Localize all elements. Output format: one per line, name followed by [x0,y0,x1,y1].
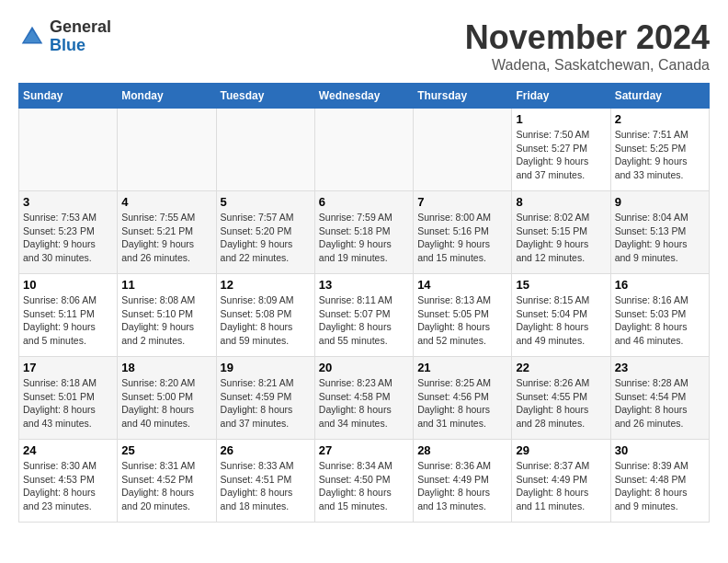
logo-line1: General [50,18,111,37]
day-info: Sunrise: 8:34 AM Sunset: 4:50 PM Dayligh… [319,459,409,513]
day-number: 24 [23,443,113,457]
calendar-header-row: SundayMondayTuesdayWednesdayThursdayFrid… [19,84,710,109]
calendar-body: 1Sunrise: 7:50 AM Sunset: 5:27 PM Daylig… [19,109,710,523]
day-number: 5 [221,195,311,209]
calendar-day-cell [414,109,512,191]
day-number: 11 [121,278,211,292]
calendar-day-cell: 13Sunrise: 8:11 AM Sunset: 5:07 PM Dayli… [314,274,413,357]
day-info: Sunrise: 8:26 AM Sunset: 4:55 PM Dayligh… [516,376,606,431]
day-number: 12 [221,278,311,292]
calendar-day-cell: 28Sunrise: 8:36 AM Sunset: 4:49 PM Dayli… [414,440,512,523]
calendar-day-cell: 9Sunrise: 8:04 AM Sunset: 5:13 PM Daylig… [610,191,709,274]
day-number: 26 [221,443,311,457]
day-number: 2 [615,112,705,126]
day-number: 3 [23,195,113,209]
page-header: General Blue November 2024 Wadena, Saska… [18,18,710,74]
day-number: 13 [319,278,409,292]
calendar-day-cell: 4Sunrise: 7:55 AM Sunset: 5:21 PM Daylig… [118,191,216,274]
day-number: 20 [319,361,409,374]
day-info: Sunrise: 8:06 AM Sunset: 5:11 PM Dayligh… [23,293,113,348]
calendar-day-cell: 15Sunrise: 8:15 AM Sunset: 5:04 PM Dayli… [512,274,610,357]
weekday-header: Tuesday [216,84,314,109]
day-number: 16 [615,278,705,292]
day-info: Sunrise: 8:31 AM Sunset: 4:52 PM Dayligh… [121,459,211,513]
calendar-day-cell: 16Sunrise: 8:16 AM Sunset: 5:03 PM Dayli… [610,274,709,357]
day-info: Sunrise: 7:51 AM Sunset: 5:25 PM Dayligh… [615,128,705,182]
day-number: 10 [23,278,113,292]
calendar-day-cell: 12Sunrise: 8:09 AM Sunset: 5:08 PM Dayli… [216,274,314,357]
calendar-day-cell: 24Sunrise: 8:30 AM Sunset: 4:53 PM Dayli… [19,440,118,523]
logo-line2: Blue [50,37,111,55]
calendar-day-cell [19,109,118,191]
day-number: 7 [417,195,507,209]
day-info: Sunrise: 7:53 AM Sunset: 5:23 PM Dayligh… [23,211,113,265]
calendar-day-cell: 27Sunrise: 8:34 AM Sunset: 4:50 PM Dayli… [314,440,413,523]
day-info: Sunrise: 8:11 AM Sunset: 5:07 PM Dayligh… [319,293,409,348]
day-info: Sunrise: 7:59 AM Sunset: 5:18 PM Dayligh… [319,211,409,265]
weekday-header: Sunday [19,84,118,109]
calendar-day-cell: 23Sunrise: 8:28 AM Sunset: 4:54 PM Dayli… [610,357,709,440]
day-number: 21 [417,361,507,374]
day-number: 19 [221,361,311,374]
day-info: Sunrise: 8:08 AM Sunset: 5:10 PM Dayligh… [121,293,211,348]
day-info: Sunrise: 8:30 AM Sunset: 4:53 PM Dayligh… [23,459,113,513]
day-info: Sunrise: 8:39 AM Sunset: 4:48 PM Dayligh… [615,459,705,513]
location: Wadena, Saskatchewan, Canada [465,57,710,74]
day-info: Sunrise: 8:28 AM Sunset: 4:54 PM Dayligh… [615,376,705,431]
day-info: Sunrise: 8:00 AM Sunset: 5:16 PM Dayligh… [417,211,507,265]
day-info: Sunrise: 8:04 AM Sunset: 5:13 PM Dayligh… [615,211,705,265]
day-info: Sunrise: 8:36 AM Sunset: 4:49 PM Dayligh… [417,459,507,513]
calendar-week-row: 24Sunrise: 8:30 AM Sunset: 4:53 PM Dayli… [19,440,710,523]
calendar-day-cell: 2Sunrise: 7:51 AM Sunset: 5:25 PM Daylig… [610,109,709,191]
day-number: 23 [615,361,705,374]
calendar-day-cell [216,109,314,191]
day-number: 25 [121,443,211,457]
weekday-header: Saturday [610,84,709,109]
day-number: 6 [319,195,409,209]
day-info: Sunrise: 8:02 AM Sunset: 5:15 PM Dayligh… [516,211,606,265]
calendar-day-cell: 18Sunrise: 8:20 AM Sunset: 5:00 PM Dayli… [118,357,216,440]
day-number: 9 [615,195,705,209]
logo: General Blue [18,18,111,55]
calendar-day-cell: 5Sunrise: 7:57 AM Sunset: 5:20 PM Daylig… [216,191,314,274]
day-number: 15 [516,278,606,292]
month-title: November 2024 [465,18,710,57]
calendar-week-row: 1Sunrise: 7:50 AM Sunset: 5:27 PM Daylig… [19,109,710,191]
calendar-day-cell: 3Sunrise: 7:53 AM Sunset: 5:23 PM Daylig… [19,191,118,274]
day-info: Sunrise: 8:33 AM Sunset: 4:51 PM Dayligh… [221,459,311,513]
weekday-header: Thursday [414,84,512,109]
calendar-day-cell: 1Sunrise: 7:50 AM Sunset: 5:27 PM Daylig… [512,109,610,191]
calendar-day-cell: 20Sunrise: 8:23 AM Sunset: 4:58 PM Dayli… [314,357,413,440]
weekday-header: Wednesday [314,84,413,109]
calendar-week-row: 17Sunrise: 8:18 AM Sunset: 5:01 PM Dayli… [19,357,710,440]
day-info: Sunrise: 8:13 AM Sunset: 5:05 PM Dayligh… [417,293,507,348]
weekday-header: Friday [512,84,610,109]
calendar-day-cell: 22Sunrise: 8:26 AM Sunset: 4:55 PM Dayli… [512,357,610,440]
day-number: 28 [417,443,507,457]
day-number: 4 [121,195,211,209]
calendar-day-cell: 8Sunrise: 8:02 AM Sunset: 5:15 PM Daylig… [512,191,610,274]
day-info: Sunrise: 7:50 AM Sunset: 5:27 PM Dayligh… [516,128,606,182]
calendar-week-row: 3Sunrise: 7:53 AM Sunset: 5:23 PM Daylig… [19,191,710,274]
day-number: 30 [615,443,705,457]
day-info: Sunrise: 8:37 AM Sunset: 4:49 PM Dayligh… [516,459,606,513]
calendar-day-cell: 19Sunrise: 8:21 AM Sunset: 4:59 PM Dayli… [216,357,314,440]
calendar-day-cell: 10Sunrise: 8:06 AM Sunset: 5:11 PM Dayli… [19,274,118,357]
day-info: Sunrise: 8:18 AM Sunset: 5:01 PM Dayligh… [23,376,113,431]
day-info: Sunrise: 7:55 AM Sunset: 5:21 PM Dayligh… [121,211,211,265]
day-number: 14 [417,278,507,292]
day-info: Sunrise: 8:15 AM Sunset: 5:04 PM Dayligh… [516,293,606,348]
day-number: 29 [516,443,606,457]
calendar-day-cell: 14Sunrise: 8:13 AM Sunset: 5:05 PM Dayli… [414,274,512,357]
calendar-week-row: 10Sunrise: 8:06 AM Sunset: 5:11 PM Dayli… [19,274,710,357]
calendar-day-cell: 11Sunrise: 8:08 AM Sunset: 5:10 PM Dayli… [118,274,216,357]
weekday-header: Monday [118,84,216,109]
day-info: Sunrise: 8:25 AM Sunset: 4:56 PM Dayligh… [417,376,507,431]
day-info: Sunrise: 8:09 AM Sunset: 5:08 PM Dayligh… [221,293,311,348]
day-info: Sunrise: 8:23 AM Sunset: 4:58 PM Dayligh… [319,376,409,431]
calendar-day-cell [314,109,413,191]
calendar-day-cell: 26Sunrise: 8:33 AM Sunset: 4:51 PM Dayli… [216,440,314,523]
calendar-table: SundayMondayTuesdayWednesdayThursdayFrid… [18,83,710,523]
day-number: 1 [516,112,606,126]
calendar-day-cell: 29Sunrise: 8:37 AM Sunset: 4:49 PM Dayli… [512,440,610,523]
